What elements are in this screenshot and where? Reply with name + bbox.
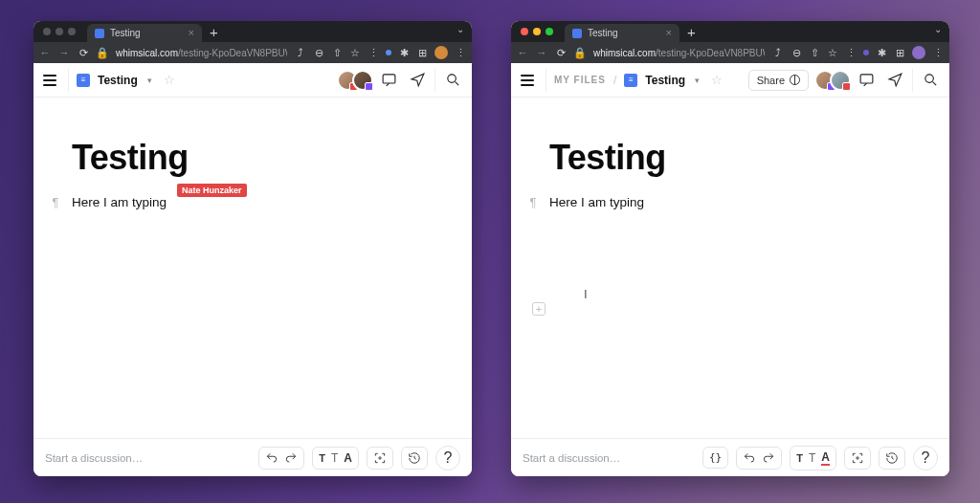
line-text[interactable]: Here I am typing bbox=[549, 195, 644, 209]
svg-rect-0 bbox=[383, 75, 395, 83]
document-body[interactable]: Testing ¶ Here I am typing Nate Hunzaker bbox=[33, 98, 472, 438]
zoom-out-icon[interactable]: ⊖ bbox=[791, 47, 802, 58]
window-controls[interactable] bbox=[39, 21, 81, 42]
doc-icon bbox=[572, 29, 582, 38]
history-icon[interactable] bbox=[879, 447, 905, 470]
favorite-icon[interactable]: ☆ bbox=[711, 73, 723, 87]
browser-tab[interactable]: Testing × bbox=[87, 24, 202, 42]
document-body[interactable]: Testing ¶ Here I am typing I + bbox=[511, 98, 949, 438]
zoom-out-icon[interactable]: ⊖ bbox=[313, 47, 324, 58]
svg-rect-3 bbox=[860, 75, 873, 83]
undo-redo[interactable] bbox=[736, 447, 782, 470]
extension-icon[interactable] bbox=[386, 50, 391, 55]
send-icon[interactable] bbox=[881, 67, 908, 94]
open-external-icon[interactable]: ⤴ bbox=[295, 47, 306, 58]
text-line[interactable]: ¶ Here I am typing Nate Hunzaker bbox=[72, 195, 434, 209]
breadcrumb: MY FILES / ≡ Testing ▾ ☆ bbox=[554, 73, 723, 87]
code-block-icon[interactable]: {} bbox=[702, 447, 728, 469]
history-icon[interactable] bbox=[401, 447, 428, 470]
svg-point-2 bbox=[379, 456, 381, 458]
undo-icon[interactable] bbox=[265, 451, 278, 465]
tabs-overflow-icon[interactable]: ⌄ bbox=[934, 24, 942, 34]
back-icon[interactable]: ← bbox=[517, 47, 528, 58]
presence-avatars[interactable] bbox=[337, 70, 373, 91]
profile-avatar[interactable] bbox=[434, 46, 448, 59]
breadcrumb-separator: / bbox=[613, 74, 616, 87]
avatar[interactable] bbox=[352, 70, 373, 91]
avatar[interactable] bbox=[830, 70, 851, 91]
share-button[interactable]: Share bbox=[748, 70, 809, 91]
doc-name[interactable]: Testing bbox=[645, 74, 685, 87]
extension-icon[interactable] bbox=[863, 50, 869, 55]
back-icon[interactable]: ← bbox=[39, 47, 51, 58]
forward-icon[interactable]: → bbox=[536, 47, 547, 58]
app-header: ≡ Testing ▾ ☆ bbox=[33, 63, 472, 98]
doc-title[interactable]: Testing bbox=[549, 138, 911, 178]
url[interactable]: whimsical.com/testing-KpoDeaVN8PBUWe3H29… bbox=[593, 48, 765, 58]
presence-avatars[interactable] bbox=[814, 70, 851, 91]
undo-redo[interactable] bbox=[258, 447, 304, 470]
close-tab-icon[interactable]: × bbox=[189, 28, 194, 38]
bookmark-icon[interactable]: ☆ bbox=[827, 47, 838, 58]
menu-icon[interactable]: ⋮ bbox=[455, 47, 466, 58]
browser-tab[interactable]: Testing × bbox=[565, 24, 679, 42]
add-block-button[interactable]: + bbox=[532, 302, 546, 316]
url[interactable]: whimsical.com/testing-KpoDeaVN8PBUWe3H29… bbox=[116, 48, 287, 58]
open-external-icon[interactable]: ⤴ bbox=[772, 47, 784, 58]
help-button[interactable]: ? bbox=[913, 446, 938, 470]
doc-name[interactable]: Testing bbox=[98, 74, 138, 87]
focus-icon[interactable] bbox=[844, 447, 871, 470]
undo-icon[interactable] bbox=[743, 451, 756, 465]
send-icon[interactable] bbox=[404, 67, 431, 94]
doc-title[interactable]: Testing bbox=[72, 138, 434, 178]
new-tab-button[interactable]: + bbox=[679, 21, 703, 42]
share-icon[interactable]: ⇧ bbox=[331, 47, 343, 58]
divider bbox=[68, 69, 69, 92]
separator: ⋮ bbox=[368, 47, 379, 58]
profile-avatar[interactable] bbox=[912, 46, 925, 59]
favorite-icon[interactable]: ☆ bbox=[164, 73, 175, 87]
comments-icon[interactable] bbox=[853, 67, 880, 94]
discussion-input[interactable]: Start a discussion… bbox=[523, 452, 695, 464]
text-line[interactable]: ¶ Here I am typing bbox=[549, 195, 911, 209]
lock-icon: 🔒 bbox=[574, 47, 586, 58]
share-icon[interactable]: ⇧ bbox=[809, 47, 820, 58]
menu-button[interactable] bbox=[39, 71, 60, 90]
discussion-input[interactable]: Start a discussion… bbox=[45, 452, 251, 464]
redo-icon[interactable] bbox=[762, 451, 775, 465]
redo-icon[interactable] bbox=[284, 451, 298, 465]
focus-icon[interactable] bbox=[367, 447, 393, 470]
pin-icon[interactable]: ⊞ bbox=[894, 47, 905, 58]
text-caret-icon: I bbox=[584, 287, 588, 301]
reload-icon[interactable]: ⟳ bbox=[555, 47, 567, 58]
new-tab-button[interactable]: + bbox=[202, 21, 226, 42]
extensions-icon[interactable]: ✱ bbox=[398, 47, 410, 58]
text-style[interactable]: TT A bbox=[312, 447, 359, 470]
breadcrumb-root[interactable]: MY FILES bbox=[554, 75, 606, 85]
reload-icon[interactable]: ⟳ bbox=[78, 47, 89, 58]
doc-icon bbox=[95, 29, 104, 38]
search-icon[interactable] bbox=[439, 67, 466, 94]
chevron-down-icon[interactable]: ▾ bbox=[695, 76, 700, 85]
search-icon[interactable] bbox=[917, 67, 944, 94]
help-button[interactable]: ? bbox=[435, 446, 460, 470]
svg-point-5 bbox=[857, 456, 858, 458]
chevron-down-icon[interactable]: ▾ bbox=[147, 76, 152, 85]
extensions-icon[interactable]: ✱ bbox=[876, 47, 887, 58]
text-size-icon: T bbox=[796, 452, 803, 464]
menu-icon[interactable]: ⋮ bbox=[932, 47, 944, 58]
tabs-overflow-icon[interactable]: ⌄ bbox=[457, 24, 464, 34]
bookmark-icon[interactable]: ☆ bbox=[349, 47, 361, 58]
pin-icon[interactable]: ⊞ bbox=[416, 47, 428, 58]
comments-icon[interactable] bbox=[375, 67, 402, 94]
menu-button[interactable] bbox=[517, 71, 538, 90]
close-tab-icon[interactable]: × bbox=[666, 28, 672, 38]
forward-icon[interactable]: → bbox=[58, 47, 70, 58]
address-bar: ← → ⟳ 🔒 whimsical.com/testing-KpoDeaVN8P… bbox=[33, 42, 472, 63]
separator: ⋮ bbox=[845, 47, 857, 58]
text-style[interactable]: TT A bbox=[790, 446, 836, 470]
lock-icon: 🔒 bbox=[97, 47, 108, 58]
window-controls[interactable] bbox=[517, 21, 559, 42]
line-text[interactable]: Here I am typing bbox=[72, 195, 167, 209]
text-size-icon: T bbox=[319, 452, 325, 464]
